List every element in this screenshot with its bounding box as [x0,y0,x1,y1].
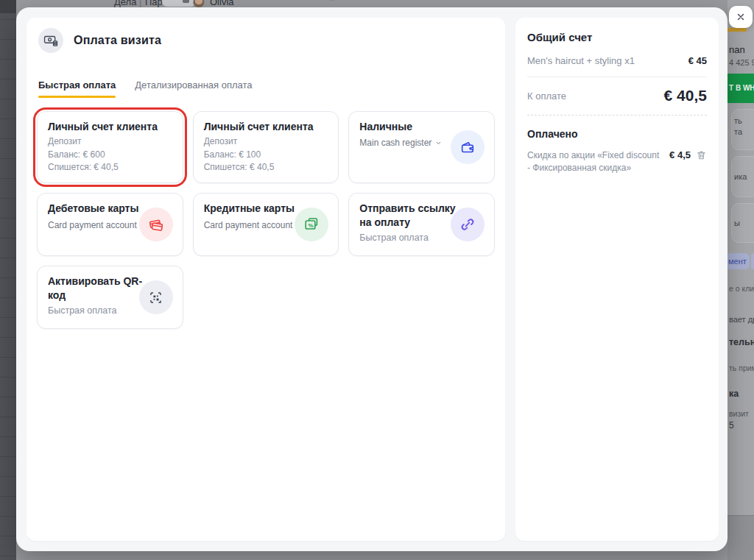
debit-cards-icon [139,208,173,241]
bg-yellow-fragment [727,28,747,32]
due-amount: € 40,5 [664,87,707,104]
modal-header: Оплата визита [27,18,505,53]
background-topbar: Дела | Пар Olivia ^ [16,0,727,7]
chevron-up-icon: ^ [330,0,334,5]
modal-title: Оплата визита [74,34,161,47]
card-line: Баланс: € 600 [48,149,172,161]
close-icon [736,12,746,22]
chevron-down-icon [435,140,442,146]
amount-due-row: К оплате € 40,5 [527,77,707,116]
bg-segment-badge-fragment [751,253,754,269]
paid-section-title: Оплачено [527,128,707,140]
order-summary-panel: Общий счет Men's haircut + styling x1 € … [515,18,719,541]
cash-register-select[interactable]: Main cash register [359,138,442,148]
card-line: Спишется: € 40,5 [48,161,172,174]
wallet-icon [451,130,485,164]
close-button[interactable] [729,6,753,28]
bg-toggle-fragment [162,0,196,7]
qr-code-icon [139,280,173,314]
paid-line-item: Скидка по акции «Fixed discount - Фиксир… [527,149,707,175]
bg-client-name: Olivia [210,0,234,7]
payment-method-payment-link[interactable]: Отправить ссылку на оплату Быстрая оплат… [348,193,495,256]
tab-quick-payment[interactable]: Быстрая оплата [38,79,116,98]
payment-link-icon [451,208,485,241]
debit-account-select[interactable]: Card payment account [48,220,147,230]
bg-tab-fragment: Дела [114,0,136,7]
line-item-amount: € 45 [688,55,707,66]
card-line: Спишется: € 40,5 [204,161,328,174]
payment-methods-panel: Оплата визита Быстрая оплата Детализиров… [27,18,505,541]
payment-method-cash[interactable]: Наличные Main cash register [348,111,495,183]
card-title: Личный счет клиента [204,120,328,133]
card-line: Депозит [204,135,328,148]
bg-phone-fragment: 4 425 9 [729,58,754,67]
bg-segment-badge-fragment: мент [727,253,750,269]
bg-name-fragment: nan [729,44,745,55]
background-client-panel: nan 4 425 9 Т В WHA ть та ика ы мент е о… [727,0,754,560]
due-label: К оплате [527,91,566,102]
credit-card-percent-icon: % [295,208,328,241]
bg-icon-fragment [183,0,189,3]
discount-label: Скидка по акции «Fixed discount - Фиксир… [527,149,662,175]
tab-detailed-payment[interactable]: Детализированная оплата [135,79,252,98]
payment-method-debit-cards[interactable]: Дебетовые карты Card payment account [37,193,183,256]
payment-method-credit-cards[interactable]: Кредитные карты Card payment account % [193,193,339,256]
summary-line-item: Men's haircut + styling x1 € 45 [527,55,707,77]
payment-tabs: Быстрая оплата Детализированная оплата [27,79,505,98]
card-title: Личный счет клиента [48,120,172,133]
background-sidebar [0,0,16,560]
payment-method-personal-account-600[interactable]: Личный счет клиента Депозит Баланс: € 60… [37,111,183,183]
bg-tab-fragment: Пар [145,0,163,7]
svg-text:%: % [309,222,314,229]
payment-modal: Оплата визита Быстрая оплата Детализиров… [16,7,727,551]
card-line: Депозит [48,135,172,148]
remove-discount-button[interactable] [696,149,707,161]
card-title: Отправить ссылку на оплату [359,202,457,228]
summary-title: Общий счет [527,31,707,43]
card-line: Баланс: € 100 [204,149,328,161]
bg-whatsapp-button-fragment: Т В WHA [727,74,754,103]
avatar [193,0,205,7]
payment-method-personal-account-100[interactable]: Личный счет клиента Депозит Баланс: € 10… [193,111,339,183]
discount-amount: € 4,5 [669,149,691,160]
line-item-label: Men's haircut + styling x1 [527,55,635,66]
trash-icon [696,149,707,161]
payment-methods-grid: Личный счет клиента Депозит Баланс: € 60… [37,111,495,329]
bg-bottom-fragment [727,515,754,560]
credit-account-select[interactable]: Card payment account [204,220,303,230]
card-title: Активировать QR-код [48,274,145,301]
payment-method-qr-code[interactable]: Активировать QR-код Быстрая оплата [37,266,183,329]
payment-icon [38,28,63,53]
